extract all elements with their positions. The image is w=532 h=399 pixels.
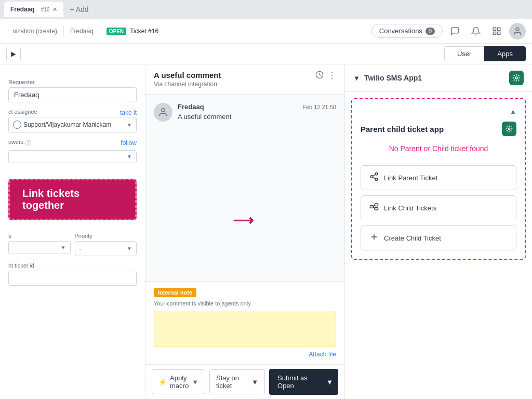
tab-buttons: User Apps [444, 46, 526, 61]
link-parent-ticket-button[interactable]: Link Parent Ticket [361, 165, 516, 190]
panel-header: ▼ Twilio SMS App1 [345, 64, 532, 92]
sub-header: ▶ User Apps [0, 44, 532, 64]
bottom-toolbar: ⚡ Apply macro ▼ Stay on ticket ▼ Submit … [145, 364, 344, 399]
close-icon[interactable]: ✕ [52, 6, 57, 13]
author-avatar [154, 103, 172, 122]
create-child-label: Create Child Ticket [384, 234, 441, 242]
submit-label: Submit as Open [269, 369, 321, 395]
comment-icons: ⋮ [315, 71, 336, 81]
nav-arrow-button[interactable]: ▶ [6, 47, 21, 61]
breadcrumb-fredaaq[interactable]: Fredaaq [64, 25, 100, 37]
collapse-icon[interactable]: ▼ [353, 74, 360, 82]
chevron-down-icon: ▼ [127, 246, 132, 251]
conversation-body: Fredaaq Feb 12 21:50 A useful comment [145, 95, 344, 281]
tab-subtitle: #16 [41, 7, 50, 12]
center-content: ⟶ A useful comment Via channel integrati… [145, 64, 345, 399]
more-icon[interactable]: ⋮ [328, 71, 336, 81]
message-author: Fredaaq [178, 103, 204, 111]
priority-value: - [79, 245, 82, 252]
link-tickets-banner: Link tickets together [8, 179, 137, 220]
followers-label: owers [8, 139, 23, 145]
svg-rect-1 [498, 28, 500, 30]
tab-title: Fredaaq [10, 6, 35, 13]
svg-line-13 [373, 175, 375, 176]
link-parent-label: Link Parent Ticket [384, 174, 437, 182]
chevron-down-icon: ▼ [61, 245, 66, 250]
ticket-id-label: nt ticket id [8, 262, 137, 269]
submit-dropdown-arrow[interactable]: ▼ [321, 373, 338, 391]
chevron-down-icon: ▼ [127, 154, 132, 159]
svg-point-9 [375, 173, 378, 176]
history-icon[interactable] [315, 71, 324, 81]
note-hint: Your comment is visible to agents only [154, 300, 336, 307]
comment-title: A useful comment [154, 71, 221, 79]
pca-app-icon [502, 122, 516, 136]
breadcrumb-org[interactable]: nization (create) [6, 25, 64, 37]
submit-button[interactable]: Submit as Open ▼ [269, 369, 338, 395]
assignee-label: ct assignee [8, 109, 37, 115]
create-child-ticket-button[interactable]: Create Child Ticket [361, 225, 516, 250]
share-icon [369, 172, 379, 183]
browser-tab-fredaaq[interactable]: Fredaaq #16 ✕ [4, 2, 63, 17]
message-row: Fredaaq Feb 12 21:50 A useful comment [154, 103, 336, 122]
priority-select[interactable]: - ▼ [75, 241, 137, 256]
create-child-icon [369, 232, 379, 244]
tab-user[interactable]: User [444, 46, 484, 61]
svg-rect-16 [375, 208, 378, 210]
bell-icon[interactable] [468, 23, 484, 39]
link-arrow: ⟶ [233, 212, 254, 229]
assignee-select[interactable]: Support/Vijayakumar Manickam ▼ [8, 117, 137, 132]
comment-header: A useful comment Via channel integration… [145, 64, 344, 95]
panel-title: Twilio SMS App1 [364, 74, 509, 82]
open-badge: OPEN [107, 28, 126, 35]
main-layout: Requester ct assignee take it Support/Vi… [0, 64, 532, 399]
conversations-label: Conversations [379, 27, 422, 35]
stay-label: Stay on ticket [216, 374, 248, 390]
type-label: s [8, 233, 71, 239]
chevron-down-icon: ▼ [192, 378, 198, 386]
conversations-button[interactable]: Conversations 0 [371, 24, 443, 38]
svg-line-12 [373, 177, 375, 179]
breadcrumb: nization (create) Fredaaq OPEN Ticket #1… [6, 25, 367, 37]
new-tab-button[interactable]: + Add [65, 3, 92, 16]
breadcrumb-ticket[interactable]: OPEN Ticket #16 [100, 25, 165, 37]
follow-link[interactable]: follow [121, 139, 137, 147]
followers-dropdown[interactable]: ▼ [8, 150, 137, 163]
svg-point-6 [162, 109, 165, 112]
requester-input[interactable] [8, 87, 137, 102]
ticket-id-field: nt ticket id [8, 262, 137, 286]
svg-rect-3 [498, 32, 500, 34]
panel-app-icon[interactable] [509, 71, 524, 85]
chat-icon[interactable] [447, 23, 463, 39]
svg-rect-0 [493, 28, 496, 30]
assignee-avatar [13, 121, 21, 129]
take-it-link[interactable]: take it [120, 109, 137, 116]
ticket-id-input[interactable] [8, 271, 137, 286]
apply-macro-button[interactable]: ⚡ Apply macro ▼ [152, 369, 205, 394]
note-textarea[interactable] [154, 311, 336, 347]
assignee-value: Support/Vijayakumar Manickam [23, 121, 125, 128]
collapse-btn: ▲ [361, 108, 516, 115]
chevron-up-icon[interactable]: ▲ [510, 108, 516, 115]
avatar[interactable] [509, 23, 526, 39]
internal-note-badge: Internal note [154, 288, 196, 297]
svg-rect-15 [375, 204, 378, 206]
type-select[interactable]: ▼ [8, 241, 71, 254]
svg-point-8 [508, 128, 510, 130]
attach-file-link[interactable]: Attach file [154, 351, 336, 358]
tab-apps[interactable]: Apps [484, 46, 526, 61]
macro-label: Apply macro [170, 374, 189, 390]
pca-title: Parent child ticket app [361, 125, 444, 134]
link-child-tickets-button[interactable]: Link Child Tickets [361, 195, 516, 220]
chevron-down-icon: ▼ [251, 378, 258, 386]
parent-child-app: ▲ Parent child ticket app No Parent or C… [351, 98, 526, 260]
priority-section: s ▼ Priority - ▼ [8, 227, 137, 256]
grid-icon[interactable] [488, 23, 505, 39]
conversations-count: 0 [425, 28, 435, 35]
stay-on-ticket-button[interactable]: Stay on ticket ▼ [209, 369, 265, 394]
lightning-icon: ⚡ [158, 378, 167, 386]
header-right: Conversations 0 [371, 23, 526, 39]
message-text: A useful comment [178, 113, 336, 121]
type-field: s ▼ [8, 227, 71, 256]
pca-empty-message: No Parent or Child ticket found [361, 144, 516, 153]
